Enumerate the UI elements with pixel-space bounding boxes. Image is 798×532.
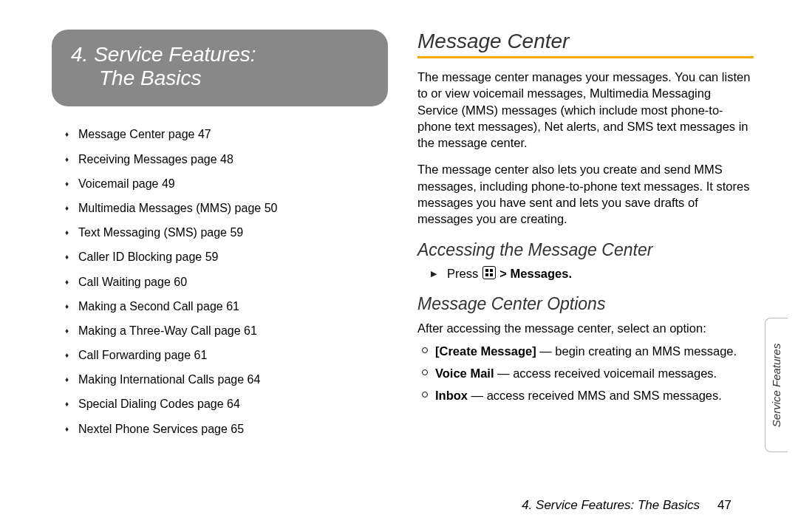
toc-item: Voicemail page 49 — [65, 177, 388, 191]
options-list: [Create Message] — begin creating an MMS… — [420, 343, 754, 404]
toc-item: Call Forwarding page 61 — [65, 348, 388, 362]
section-heading: Message Center — [417, 30, 754, 53]
toc-item: Caller ID Blocking page 59 — [65, 250, 388, 264]
intro-paragraph-1: The message center manages your messages… — [417, 69, 754, 151]
chapter-heading-box: 4. Service Features: The Basics — [52, 30, 388, 106]
option-desc: — access received voicemail messages. — [494, 366, 717, 380]
page-number: 47 — [717, 498, 732, 512]
menu-key-icon — [482, 266, 496, 279]
option-desc: — access received MMS and SMS messages. — [468, 389, 722, 402]
manual-page: 4. Service Features: The Basics Message … — [0, 0, 798, 532]
option-desc: — begin creating an MMS message. — [536, 344, 737, 358]
side-tab-label: Service Features — [771, 343, 783, 426]
subheading-accessing: Accessing the Message Center — [417, 240, 754, 260]
table-of-contents: Message Center page 47Receiving Messages… — [52, 127, 388, 435]
intro-paragraph-2: The message center also lets you create … — [417, 161, 754, 227]
accent-rule — [417, 56, 754, 58]
option-label: Voice Mail — [435, 366, 494, 380]
chapter-number-title: 4. Service Features: — [71, 43, 369, 66]
option-item: Inbox — access received MMS and SMS mess… — [420, 387, 754, 403]
toc-item: Nextel Phone Services page 65 — [65, 422, 388, 436]
step-prefix: Press — [447, 267, 482, 280]
toc-item: Making International Calls page 64 — [65, 372, 388, 386]
toc-item: Message Center page 47 — [65, 127, 388, 141]
option-item: [Create Message] — begin creating an MMS… — [420, 343, 754, 359]
option-label: Inbox — [435, 389, 468, 402]
toc-item: Making a Three-Way Call page 61 — [65, 324, 388, 338]
step-press-messages: Press > Messages. — [431, 266, 754, 281]
toc-item: Receiving Messages page 48 — [65, 152, 388, 166]
toc-item: Making a Second Call page 61 — [65, 299, 388, 313]
option-item: Voice Mail — access received voicemail m… — [420, 365, 754, 381]
right-column: Message Center The message center manage… — [417, 30, 754, 517]
toc-item: Call Waiting page 60 — [65, 275, 388, 289]
option-label: [Create Message] — [435, 344, 536, 358]
chapter-subtitle: The Basics — [99, 66, 369, 90]
options-intro: After accessing the message center, sele… — [417, 320, 754, 336]
toc-item: Text Messaging (SMS) page 59 — [65, 225, 388, 239]
toc-item: Special Dialing Codes page 64 — [65, 397, 388, 411]
toc-item: Multimedia Messages (MMS) page 50 — [65, 201, 388, 215]
step-suffix: > Messages. — [497, 267, 572, 280]
footer-text: 4. Service Features: The Basics — [522, 498, 700, 512]
page-footer: 4. Service Features: The Basics47 — [522, 498, 732, 513]
subheading-options: Message Center Options — [417, 294, 754, 314]
left-column: 4. Service Features: The Basics Message … — [52, 30, 388, 517]
side-tab: Service Features — [765, 318, 788, 452]
